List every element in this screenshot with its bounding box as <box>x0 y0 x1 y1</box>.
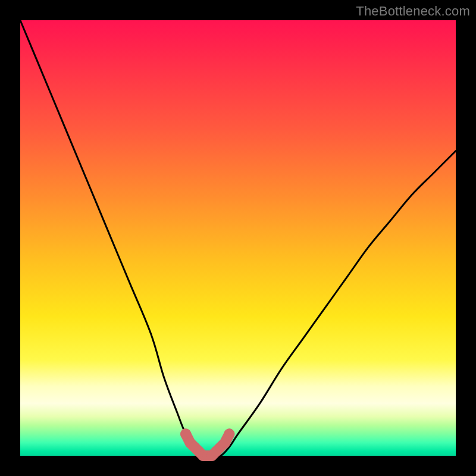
trough-marker-dot <box>224 428 234 439</box>
chart-frame: TheBottleneck.com <box>0 0 476 476</box>
watermark-text: TheBottleneck.com <box>356 4 470 19</box>
bottleneck-curve <box>20 20 456 456</box>
plot-area <box>20 20 456 456</box>
curve-layer <box>20 20 456 456</box>
trough-markers <box>180 428 234 461</box>
